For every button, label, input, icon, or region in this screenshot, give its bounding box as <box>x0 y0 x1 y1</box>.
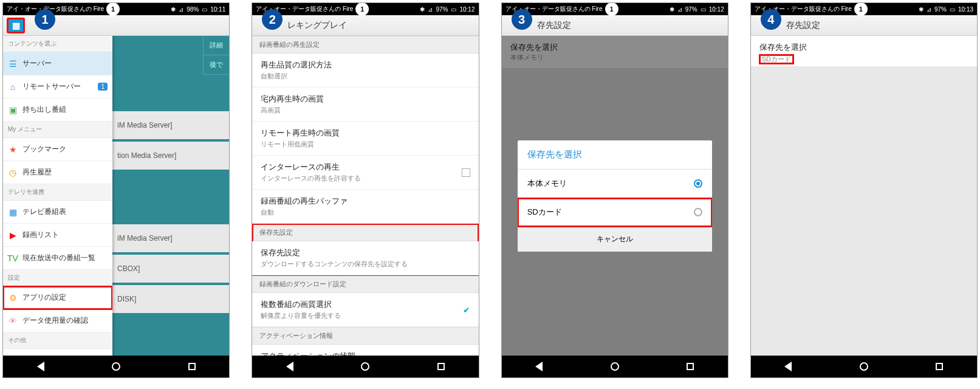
setting-activation[interactable]: アクティベーションの状態アクティベーション済みです。 <box>252 345 478 356</box>
modal-option-internal[interactable]: 本体メモリ <box>518 170 712 198</box>
clock-icon: ◷ <box>8 168 18 177</box>
setting-subtitle: SDカード <box>759 55 793 64</box>
setting-title: 宅内再生時の画質 <box>261 94 470 105</box>
screenshot-3: 3 アイ・オー・データ販促さんの Fire1 ✱⊿97%▭10:12 存先設定 … <box>501 2 728 378</box>
battery-text: 97% <box>685 6 697 13</box>
setting-multi-quality[interactable]: 複数番組の画質選択解像度より容量を優先する✔ <box>252 293 478 327</box>
radio-checked-icon[interactable] <box>694 179 702 188</box>
app-menu-icon[interactable]: ▦ <box>7 18 25 33</box>
sidebar-item-data-usage[interactable]: 👁データ使用量の確認 <box>3 309 112 332</box>
nav-bar <box>3 356 229 377</box>
setting-title: アクティベーションの状態 <box>261 351 470 356</box>
bg-row[interactable]: iM Media Server] <box>112 224 229 252</box>
sidebar-item-now-onair[interactable]: TV現在放送中の番組一覧 <box>3 247 112 270</box>
setting-remote-quality[interactable]: リモート再生時の画質リモート用低画質 <box>252 122 478 156</box>
battery-icon: ▭ <box>202 6 207 13</box>
help-icon: ? <box>8 356 18 356</box>
bg-row[interactable]: iM Media Server] <box>112 111 229 139</box>
settings-section: 録画番組の再生設定 <box>252 36 478 53</box>
sidebar-item-help[interactable]: ?ヘルプ <box>3 349 112 356</box>
nav-bar <box>751 356 977 377</box>
bg-row[interactable]: tion Media Server] <box>112 142 229 170</box>
step-badge-3: 3 <box>512 9 532 30</box>
sidebar-section: 設定 <box>3 270 112 286</box>
nav-recent-icon[interactable] <box>687 363 694 370</box>
sidebar-section: コンテンツを選ぶ <box>3 36 112 52</box>
setting-title: 複数番組の画質選択 <box>261 299 470 310</box>
save-dest-row[interactable]: 保存先を選択 SDカード <box>751 36 977 66</box>
checkbox-checked-icon[interactable]: ✔ <box>463 305 470 315</box>
setting-subtitle: 自動 <box>261 208 470 217</box>
status-title: アイ・オー・データ販促さんの Fire <box>7 5 104 13</box>
bg-row[interactable]: DISK] <box>112 285 229 313</box>
body-area: 保存先を選択 本体メモリ 保存先を選択 本体メモリ SDカード キャンセル <box>502 36 728 356</box>
setting-subtitle: 自動選択 <box>261 72 470 81</box>
select-dest-modal: 保存先を選択 本体メモリ SDカード キャンセル <box>518 140 712 252</box>
sidebar-item-server[interactable]: ☰サーバー <box>3 52 112 75</box>
sidebar-item-takeout[interactable]: ▣持ち出し番組 <box>3 98 112 122</box>
bg-tab-later[interactable]: 後で <box>203 55 229 75</box>
count-badge: 1 <box>98 83 108 91</box>
nav-recent-icon[interactable] <box>936 363 943 370</box>
bg-tab-detail[interactable]: 詳細 <box>203 36 229 55</box>
house-icon: ⌂ <box>8 82 18 92</box>
nav-recent-icon[interactable] <box>437 363 445 370</box>
status-bar: アイ・オー・データ販促さんの Fire1 ✱⊿97%▭10:12 <box>502 3 728 15</box>
side-panel[interactable]: コンテンツを選ぶ ☰サーバー ⌂リモートサーバー1 ▣持ち出し番組 My メニュ… <box>3 36 112 356</box>
setting-title: 保存先を選択 <box>759 42 968 53</box>
sidebar-section: その他 <box>3 332 112 349</box>
sidebar-item-tv-guide[interactable]: ▦テレビ番組表 <box>3 201 112 224</box>
bg-row[interactable]: CBOX] <box>112 255 229 283</box>
nav-back-icon[interactable] <box>37 362 44 371</box>
sidebar-item-label: ヘルプ <box>22 355 44 356</box>
sidebar-item-remote-server[interactable]: ⌂リモートサーバー1 <box>3 75 112 98</box>
setting-subtitle: リモート用低画質 <box>261 140 470 149</box>
radio-unchecked-icon[interactable] <box>694 208 702 216</box>
grid-icon: ▦ <box>8 207 18 217</box>
setting-interlace[interactable]: インターレースの再生インターレースの再生を許容する <box>252 156 478 190</box>
setting-playback-quality-method[interactable]: 再生品質の選択方法自動選択 <box>252 53 478 88</box>
sidebar-item-label: ブックマーク <box>22 144 66 154</box>
rec-icon: ▶ <box>8 230 18 240</box>
modal-overlay[interactable]: 保存先を選択 本体メモリ SDカード キャンセル <box>502 36 728 356</box>
top-bar: 存先設定 <box>502 15 728 36</box>
status-circle: 1 <box>106 2 120 16</box>
setting-subtitle: ダウンロードするコンテンツの保存先を設定する <box>261 260 470 269</box>
setting-subtitle: 解像度より容量を優先する <box>261 311 470 320</box>
setting-subtitle: インターレースの再生を許容する <box>261 174 470 183</box>
nav-back-icon[interactable] <box>286 362 293 371</box>
battery-icon: ▭ <box>701 6 706 13</box>
page-title: 存先設定 <box>781 20 820 31</box>
checkbox-icon[interactable] <box>462 168 470 177</box>
settings-list[interactable]: 録画番組の再生設定 再生品質の選択方法自動選択 宅内再生時の画質高画質 リモート… <box>252 36 478 356</box>
battery-icon: ▭ <box>950 6 955 13</box>
clock-text: 10:12 <box>459 6 475 13</box>
step-badge-2: 2 <box>262 9 283 30</box>
status-circle: 1 <box>605 2 618 16</box>
setting-title: インターレースの再生 <box>261 162 470 173</box>
sidebar-item-rec-list[interactable]: ▶録画リスト <box>3 224 112 247</box>
sidebar-item-app-settings[interactable]: ⚙アプリの設定 <box>3 286 112 309</box>
nav-back-icon[interactable] <box>535 362 543 371</box>
nav-home-icon[interactable] <box>112 362 120 371</box>
settings-section: 録画番組のダウンロード設定 <box>252 275 478 293</box>
sidebar-item-history[interactable]: ◷再生履歴 <box>3 161 112 184</box>
nav-recent-icon[interactable] <box>188 363 196 370</box>
setting-title: 再生品質の選択方法 <box>261 60 470 71</box>
nav-home-icon[interactable] <box>361 362 369 371</box>
setting-buffer[interactable]: 録画番組の再生バッファ自動 <box>252 190 478 224</box>
nav-home-icon[interactable] <box>611 362 619 371</box>
modal-cancel-button[interactable]: キャンセル <box>518 227 712 252</box>
nav-back-icon[interactable] <box>784 362 792 371</box>
status-bar: アイ・オー・データ販促さんの Fire1 ✱⊿97%▭10:13 <box>751 3 977 15</box>
setting-home-quality[interactable]: 宅内再生時の画質高画質 <box>252 88 478 122</box>
screenshot-2: 2 アイ・オー・データ販促さんの Fire1 ✱⊿97%▭10:12 レキングプ… <box>252 2 479 378</box>
modal-option-sdcard[interactable]: SDカード <box>518 198 712 227</box>
sidebar-section: My メニュー <box>3 122 112 138</box>
setting-save-destination[interactable]: 保存先設定ダウンロードするコンテンツの保存先を設定する <box>252 241 478 275</box>
sidebar-item-bookmark[interactable]: ★ブックマーク <box>3 138 112 161</box>
setting-subtitle: 高画質 <box>261 106 470 115</box>
bluetooth-icon: ✱ <box>420 6 425 13</box>
nav-home-icon[interactable] <box>860 362 868 371</box>
server-icon: ☰ <box>8 59 18 69</box>
